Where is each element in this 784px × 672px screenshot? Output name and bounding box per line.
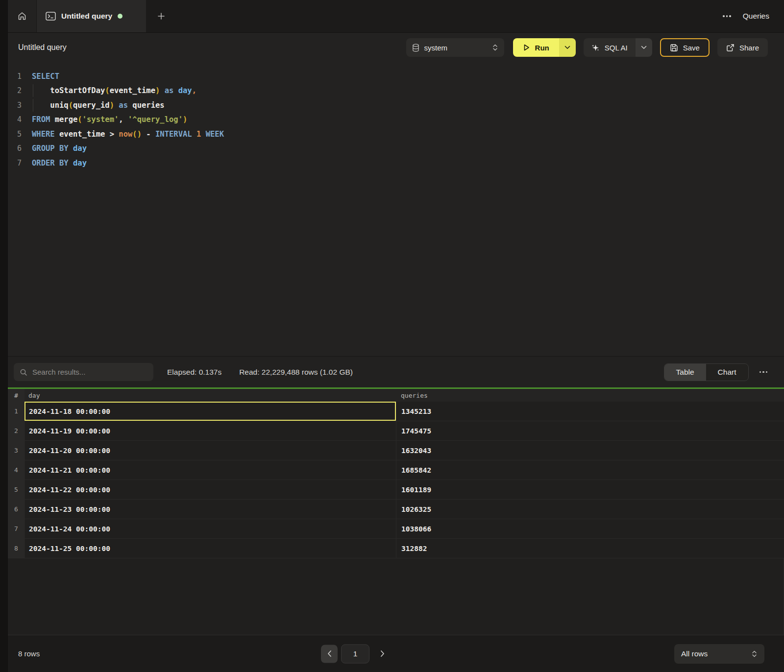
- cell-day[interactable]: 2024-11-19 00:00:00: [24, 421, 396, 440]
- save-icon: [670, 44, 678, 52]
- query-title: Untitled query: [18, 43, 67, 52]
- table-row[interactable]: 62024-11-23 00:00:001026325: [8, 500, 784, 519]
- tab-bar: Untitled query Queries: [8, 0, 784, 33]
- tab-untitled-query[interactable]: Untitled query: [37, 0, 146, 32]
- tab-title: Untitled query: [61, 12, 112, 21]
- cell-day[interactable]: 2024-11-21 00:00:00: [24, 460, 396, 480]
- column-header-num[interactable]: #: [8, 389, 24, 402]
- queries-link[interactable]: Queries: [743, 12, 769, 21]
- cell-day[interactable]: 2024-11-24 00:00:00: [24, 519, 396, 538]
- code-line[interactable]: 4FROM merge('system', '^query_log'): [8, 113, 784, 127]
- table-row[interactable]: 12024-11-18 00:00:001345213: [8, 402, 784, 421]
- database-icon: [412, 44, 419, 52]
- database-selector-value: system: [424, 44, 448, 52]
- search-icon: [20, 368, 27, 376]
- cell-queries[interactable]: 1345213: [396, 402, 784, 421]
- table-row[interactable]: 82024-11-25 00:00:00312882: [8, 539, 784, 558]
- line-number: 6: [8, 144, 22, 153]
- column-header-queries[interactable]: queries: [396, 392, 784, 399]
- database-selector[interactable]: system: [406, 38, 504, 57]
- cell-queries[interactable]: 1632043: [396, 441, 784, 460]
- code-line[interactable]: 3 uniq(query_id) as queries: [8, 98, 784, 113]
- search-results-field[interactable]: [14, 363, 153, 381]
- search-results-input[interactable]: [32, 368, 147, 376]
- play-icon: [523, 44, 530, 51]
- sql-ai-button-group: SQL AI: [584, 38, 652, 57]
- cell-queries[interactable]: 1601189: [396, 480, 784, 499]
- line-number: 3: [8, 101, 22, 110]
- cell-queries[interactable]: 1745475: [396, 421, 784, 440]
- code-text: FROM merge('system', '^query_log'): [32, 115, 187, 124]
- code-text: uniq(query_id) as queries: [32, 101, 165, 110]
- code-text: ORDER BY day: [32, 159, 87, 168]
- home-icon: [17, 11, 27, 21]
- current-page-button[interactable]: 1: [341, 644, 369, 663]
- unsaved-changes-dot: [118, 14, 122, 19]
- sql-ai-button[interactable]: SQL AI: [584, 38, 636, 57]
- page-size-selector[interactable]: All rows: [674, 644, 764, 664]
- line-number: 5: [8, 130, 22, 139]
- cell-queries[interactable]: 1026325: [396, 500, 784, 519]
- code-text: WHERE event_time > now() - INTERVAL 1 WE…: [32, 130, 224, 139]
- query-toolbar: Untitled query system: [8, 33, 784, 62]
- row-number: 4: [8, 460, 24, 480]
- cell-queries[interactable]: 1685842: [396, 460, 784, 480]
- code-line[interactable]: 1SELECT: [8, 69, 784, 84]
- home-button[interactable]: [8, 0, 37, 32]
- view-tab-chart[interactable]: Chart: [706, 364, 748, 381]
- code-line[interactable]: 2 toStartOfDay(event_time) as day,: [8, 84, 784, 98]
- app-window: Untitled query Queries Untitled query sy: [0, 0, 784, 672]
- run-button[interactable]: Run: [513, 38, 559, 57]
- run-button-label: Run: [535, 44, 549, 52]
- plus-icon: [157, 12, 166, 21]
- cell-day[interactable]: 2024-11-22 00:00:00: [24, 480, 396, 499]
- next-page-button[interactable]: [377, 648, 388, 660]
- code-text: toStartOfDay(event_time) as day,: [32, 86, 196, 95]
- cell-queries[interactable]: 1038066: [396, 519, 784, 538]
- table-row[interactable]: 52024-11-22 00:00:001601189: [8, 480, 784, 500]
- sparkles-icon: [591, 44, 600, 52]
- previous-page-button[interactable]: [321, 645, 338, 663]
- select-updown-icon: [751, 650, 758, 658]
- pagination: 1: [321, 644, 388, 663]
- save-button[interactable]: Save: [660, 38, 710, 57]
- more-options-icon[interactable]: [721, 13, 733, 19]
- run-options-button[interactable]: [559, 38, 576, 57]
- row-number: 6: [8, 500, 24, 519]
- share-icon: [726, 44, 735, 52]
- chevron-left-icon: [327, 650, 332, 657]
- code-line[interactable]: 5WHERE event_time > now() - INTERVAL 1 W…: [8, 127, 784, 142]
- cell-day[interactable]: 2024-11-18 00:00:00: [24, 402, 396, 421]
- view-toggle: Table Chart: [664, 363, 749, 381]
- row-number: 3: [8, 441, 24, 460]
- table-row[interactable]: 22024-11-19 00:00:001745475: [8, 421, 784, 441]
- elapsed-stat: Elapsed: 0.137s: [167, 368, 221, 377]
- cell-day[interactable]: 2024-11-23 00:00:00: [24, 500, 396, 519]
- table-body: 12024-11-18 00:00:00134521322024-11-19 0…: [8, 402, 784, 558]
- row-number: 2: [8, 421, 24, 440]
- chevron-right-icon: [380, 650, 385, 657]
- left-edge-strip: [0, 0, 8, 672]
- sql-ai-options-button[interactable]: [636, 38, 652, 57]
- column-header-day[interactable]: day: [24, 392, 396, 399]
- new-tab-button[interactable]: [146, 0, 176, 32]
- results-more-options-icon[interactable]: [758, 369, 770, 375]
- share-button[interactable]: Share: [717, 38, 768, 57]
- cell-day[interactable]: 2024-11-25 00:00:00: [24, 539, 396, 558]
- row-number: 8: [8, 539, 24, 558]
- cell-day[interactable]: 2024-11-20 00:00:00: [24, 441, 396, 460]
- code-line[interactable]: 6GROUP BY day: [8, 142, 784, 156]
- table-row[interactable]: 42024-11-21 00:00:001685842: [8, 460, 784, 480]
- chevron-down-icon: [564, 46, 570, 49]
- sql-editor[interactable]: 1SELECT2 toStartOfDay(event_time) as day…: [8, 62, 784, 356]
- table-row[interactable]: 32024-11-20 00:00:001632043: [8, 441, 784, 460]
- line-number: 7: [8, 159, 22, 168]
- code-line[interactable]: 7ORDER BY day: [8, 156, 784, 170]
- row-number: 7: [8, 519, 24, 538]
- read-stat: Read: 22,229,488 rows (1.02 GB): [239, 368, 353, 377]
- chevron-down-icon: [641, 46, 647, 49]
- row-count: 8 rows: [18, 649, 40, 658]
- view-tab-table[interactable]: Table: [664, 364, 706, 381]
- table-row[interactable]: 72024-11-24 00:00:001038066: [8, 519, 784, 539]
- cell-queries[interactable]: 312882: [396, 539, 784, 558]
